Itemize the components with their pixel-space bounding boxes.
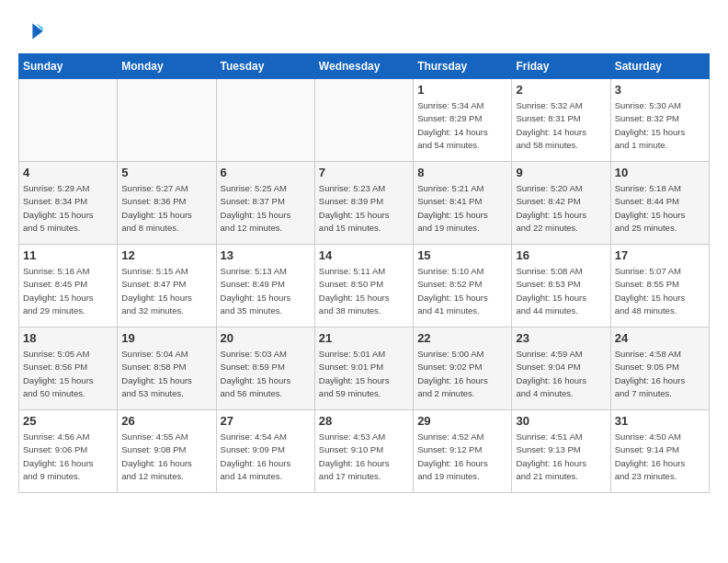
day-number: 25 [23, 414, 113, 428]
calendar-cell: 19Sunrise: 5:04 AMSunset: 8:58 PMDayligh… [118, 327, 216, 410]
day-number: 9 [516, 166, 606, 179]
day-info: Sunrise: 4:51 AMSunset: 9:13 PMDaylight:… [516, 431, 606, 483]
day-number: 30 [516, 414, 606, 428]
calendar-cell: 10Sunrise: 5:18 AMSunset: 8:44 PMDayligh… [610, 162, 709, 245]
day-info: Sunrise: 4:50 AMSunset: 9:14 PMDaylight:… [615, 431, 705, 483]
day-number: 13 [221, 248, 311, 262]
day-number: 11 [23, 248, 113, 262]
day-number: 26 [121, 414, 211, 428]
day-info: Sunrise: 5:13 AMSunset: 8:49 PMDaylight:… [221, 265, 311, 317]
header [18, 18, 710, 44]
day-info: Sunrise: 5:05 AMSunset: 8:56 PMDaylight:… [23, 348, 113, 400]
day-info: Sunrise: 4:53 AMSunset: 9:10 PMDaylight:… [319, 431, 409, 483]
day-number: 1 [417, 83, 507, 97]
day-info: Sunrise: 5:04 AMSunset: 8:58 PMDaylight:… [121, 348, 211, 400]
logo [18, 18, 48, 44]
calendar-cell: 13Sunrise: 5:13 AMSunset: 8:49 PMDayligh… [216, 245, 314, 327]
calendar-cell: 9Sunrise: 5:20 AMSunset: 8:42 PMDaylight… [512, 162, 610, 245]
day-info: Sunrise: 5:25 AMSunset: 8:37 PMDaylight:… [221, 182, 311, 235]
day-number: 19 [121, 331, 211, 345]
day-info: Sunrise: 4:52 AMSunset: 9:12 PMDaylight:… [417, 431, 507, 483]
day-number: 21 [319, 331, 409, 345]
day-number: 16 [516, 248, 606, 262]
day-number: 8 [417, 166, 507, 179]
calendar-cell: 3Sunrise: 5:30 AMSunset: 8:32 PMDaylight… [610, 79, 709, 162]
calendar-cell: 25Sunrise: 4:56 AMSunset: 9:06 PMDayligh… [19, 410, 118, 493]
day-info: Sunrise: 4:58 AMSunset: 9:05 PMDaylight:… [615, 348, 705, 400]
calendar-cell: 18Sunrise: 5:05 AMSunset: 8:56 PMDayligh… [19, 327, 118, 410]
calendar-cell: 22Sunrise: 5:00 AMSunset: 9:02 PMDayligh… [414, 327, 512, 410]
day-info: Sunrise: 5:01 AMSunset: 9:01 PMDaylight:… [319, 348, 409, 400]
day-info: Sunrise: 5:32 AMSunset: 8:31 PMDaylight:… [516, 99, 606, 152]
calendar-cell: 14Sunrise: 5:11 AMSunset: 8:50 PMDayligh… [314, 245, 413, 327]
day-number: 7 [319, 166, 409, 179]
day-info: Sunrise: 4:59 AMSunset: 9:04 PMDaylight:… [516, 348, 606, 400]
calendar-cell: 29Sunrise: 4:52 AMSunset: 9:12 PMDayligh… [414, 410, 512, 493]
calendar-cell: 31Sunrise: 4:50 AMSunset: 9:14 PMDayligh… [610, 410, 709, 493]
calendar-cell [314, 79, 413, 162]
weekday-header-wednesday: Wednesday [314, 54, 413, 79]
day-info: Sunrise: 5:03 AMSunset: 8:59 PMDaylight:… [221, 348, 311, 400]
day-info: Sunrise: 5:00 AMSunset: 9:02 PMDaylight:… [417, 348, 507, 400]
day-number: 28 [319, 414, 409, 428]
day-number: 29 [417, 414, 507, 428]
calendar-cell: 7Sunrise: 5:23 AMSunset: 8:39 PMDaylight… [314, 162, 413, 245]
calendar-cell: 26Sunrise: 4:55 AMSunset: 9:08 PMDayligh… [118, 410, 216, 493]
day-info: Sunrise: 5:21 AMSunset: 8:41 PMDaylight:… [417, 182, 507, 235]
week-row-4: 18Sunrise: 5:05 AMSunset: 8:56 PMDayligh… [19, 327, 710, 410]
week-row-2: 4Sunrise: 5:29 AMSunset: 8:34 PMDaylight… [19, 162, 710, 245]
day-number: 27 [221, 414, 311, 428]
calendar-cell: 21Sunrise: 5:01 AMSunset: 9:01 PMDayligh… [314, 327, 413, 410]
day-info: Sunrise: 5:20 AMSunset: 8:42 PMDaylight:… [516, 182, 606, 235]
logo-icon [18, 18, 44, 44]
calendar-cell: 20Sunrise: 5:03 AMSunset: 8:59 PMDayligh… [216, 327, 314, 410]
calendar-cell: 16Sunrise: 5:08 AMSunset: 8:53 PMDayligh… [512, 245, 610, 327]
day-info: Sunrise: 5:16 AMSunset: 8:45 PMDaylight:… [23, 265, 113, 317]
week-row-5: 25Sunrise: 4:56 AMSunset: 9:06 PMDayligh… [19, 410, 710, 493]
calendar-cell: 24Sunrise: 4:58 AMSunset: 9:05 PMDayligh… [610, 327, 709, 410]
day-info: Sunrise: 5:15 AMSunset: 8:47 PMDaylight:… [121, 265, 211, 317]
day-info: Sunrise: 5:11 AMSunset: 8:50 PMDaylight:… [319, 265, 409, 317]
day-number: 10 [615, 166, 705, 179]
day-number: 24 [615, 331, 705, 345]
calendar-cell: 17Sunrise: 5:07 AMSunset: 8:55 PMDayligh… [610, 245, 709, 327]
calendar-cell [216, 79, 314, 162]
day-number: 5 [121, 166, 211, 179]
weekday-header-tuesday: Tuesday [216, 54, 314, 79]
calendar-cell: 5Sunrise: 5:27 AMSunset: 8:36 PMDaylight… [118, 162, 216, 245]
weekday-header-friday: Friday [512, 54, 610, 79]
calendar-cell: 11Sunrise: 5:16 AMSunset: 8:45 PMDayligh… [19, 245, 118, 327]
calendar-cell: 27Sunrise: 4:54 AMSunset: 9:09 PMDayligh… [216, 410, 314, 493]
day-number: 3 [615, 83, 705, 97]
svg-marker-0 [32, 24, 42, 40]
weekday-header-thursday: Thursday [414, 54, 512, 79]
day-number: 31 [615, 414, 705, 428]
day-number: 14 [319, 248, 409, 262]
day-number: 20 [221, 331, 311, 345]
day-number: 22 [417, 331, 507, 345]
weekday-header-sunday: Sunday [19, 54, 118, 79]
day-number: 23 [516, 331, 606, 345]
day-number: 6 [221, 166, 311, 179]
day-number: 15 [417, 248, 507, 262]
day-info: Sunrise: 4:55 AMSunset: 9:08 PMDaylight:… [121, 431, 211, 483]
day-info: Sunrise: 5:07 AMSunset: 8:55 PMDaylight:… [615, 265, 705, 317]
calendar-cell: 12Sunrise: 5:15 AMSunset: 8:47 PMDayligh… [118, 245, 216, 327]
calendar-cell: 1Sunrise: 5:34 AMSunset: 8:29 PMDaylight… [414, 79, 512, 162]
day-info: Sunrise: 4:56 AMSunset: 9:06 PMDaylight:… [23, 431, 113, 483]
calendar-cell: 4Sunrise: 5:29 AMSunset: 8:34 PMDaylight… [19, 162, 118, 245]
day-info: Sunrise: 5:34 AMSunset: 8:29 PMDaylight:… [417, 99, 507, 152]
calendar-cell: 6Sunrise: 5:25 AMSunset: 8:37 PMDaylight… [216, 162, 314, 245]
calendar-cell: 30Sunrise: 4:51 AMSunset: 9:13 PMDayligh… [512, 410, 610, 493]
calendar-cell [19, 79, 118, 162]
day-info: Sunrise: 5:27 AMSunset: 8:36 PMDaylight:… [121, 182, 211, 235]
weekday-header-monday: Monday [118, 54, 216, 79]
calendar-table: SundayMondayTuesdayWednesdayThursdayFrid… [18, 53, 710, 493]
day-number: 2 [516, 83, 606, 97]
calendar-cell: 15Sunrise: 5:10 AMSunset: 8:52 PMDayligh… [414, 245, 512, 327]
day-info: Sunrise: 5:08 AMSunset: 8:53 PMDaylight:… [516, 265, 606, 317]
calendar-cell [118, 79, 216, 162]
calendar-cell: 23Sunrise: 4:59 AMSunset: 9:04 PMDayligh… [512, 327, 610, 410]
day-number: 18 [23, 331, 113, 345]
week-row-1: 1Sunrise: 5:34 AMSunset: 8:29 PMDaylight… [19, 79, 710, 162]
